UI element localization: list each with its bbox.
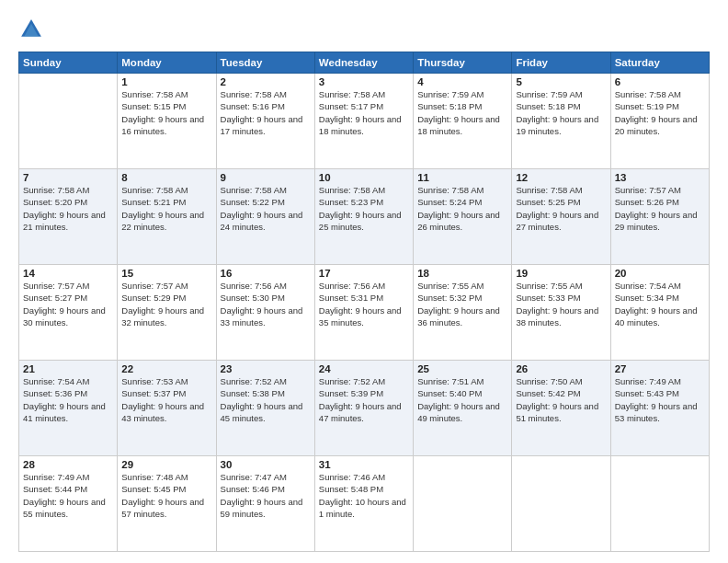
day-info: Sunrise: 7:53 AMSunset: 5:37 PMDaylight:… — [121, 375, 211, 424]
day-cell: 24Sunrise: 7:52 AMSunset: 5:39 PMDayligh… — [314, 361, 413, 456]
week-row-1: 7Sunrise: 7:58 AMSunset: 5:20 PMDaylight… — [19, 169, 710, 265]
day-cell: 3Sunrise: 7:58 AMSunset: 5:17 PMDaylight… — [314, 74, 413, 169]
day-number: 16 — [221, 268, 311, 279]
day-info: Sunrise: 7:59 AMSunset: 5:18 PMDaylight:… — [516, 88, 606, 137]
day-info: Sunrise: 7:58 AMSunset: 5:16 PMDaylight:… — [221, 88, 311, 137]
day-cell: 19Sunrise: 7:55 AMSunset: 5:33 PMDayligh… — [512, 265, 610, 361]
day-cell: 7Sunrise: 7:58 AMSunset: 5:20 PMDaylight… — [19, 169, 118, 265]
day-info: Sunrise: 7:58 AMSunset: 5:21 PMDaylight:… — [121, 184, 211, 233]
day-cell: 4Sunrise: 7:59 AMSunset: 5:18 PMDaylight… — [414, 74, 512, 169]
day-info: Sunrise: 7:50 AMSunset: 5:42 PMDaylight:… — [516, 375, 606, 424]
weekday-header-wednesday: Wednesday — [314, 52, 413, 74]
day-cell: 1Sunrise: 7:58 AMSunset: 5:15 PMDaylight… — [118, 74, 216, 169]
day-info: Sunrise: 7:46 AMSunset: 5:48 PMDaylight:… — [319, 471, 409, 520]
day-cell — [19, 74, 118, 169]
day-number: 2 — [221, 76, 311, 87]
day-info: Sunrise: 7:51 AMSunset: 5:40 PMDaylight:… — [417, 375, 507, 424]
weekday-header-row: SundayMondayTuesdayWednesdayThursdayFrid… — [19, 52, 710, 74]
weekday-header-sunday: Sunday — [19, 52, 118, 74]
day-cell: 12Sunrise: 7:58 AMSunset: 5:25 PMDayligh… — [512, 169, 610, 265]
day-number: 26 — [516, 363, 606, 374]
day-number: 30 — [221, 459, 311, 470]
day-info: Sunrise: 7:54 AMSunset: 5:36 PMDaylight:… — [23, 375, 113, 424]
day-number: 28 — [23, 459, 113, 470]
day-cell: 23Sunrise: 7:52 AMSunset: 5:38 PMDayligh… — [216, 361, 314, 456]
day-cell: 28Sunrise: 7:49 AMSunset: 5:44 PMDayligh… — [19, 456, 118, 552]
day-info: Sunrise: 7:57 AMSunset: 5:27 PMDaylight:… — [23, 280, 113, 328]
day-number: 5 — [516, 76, 606, 87]
day-number: 19 — [516, 268, 606, 279]
day-info: Sunrise: 7:56 AMSunset: 5:30 PMDaylight:… — [221, 280, 311, 328]
day-cell: 21Sunrise: 7:54 AMSunset: 5:36 PMDayligh… — [19, 361, 118, 456]
day-cell: 29Sunrise: 7:48 AMSunset: 5:45 PMDayligh… — [118, 456, 216, 552]
day-cell — [610, 456, 709, 552]
day-number: 8 — [121, 172, 211, 183]
day-info: Sunrise: 7:58 AMSunset: 5:22 PMDaylight:… — [221, 184, 311, 233]
day-cell: 17Sunrise: 7:56 AMSunset: 5:31 PMDayligh… — [314, 265, 413, 361]
day-cell: 10Sunrise: 7:58 AMSunset: 5:23 PMDayligh… — [314, 169, 413, 265]
day-number: 14 — [23, 268, 113, 279]
weekday-header-monday: Monday — [118, 52, 216, 74]
day-number: 4 — [417, 76, 507, 87]
day-number: 22 — [121, 363, 211, 374]
day-cell: 6Sunrise: 7:58 AMSunset: 5:19 PMDaylight… — [610, 74, 709, 169]
day-info: Sunrise: 7:58 AMSunset: 5:25 PMDaylight:… — [516, 184, 606, 233]
day-cell: 11Sunrise: 7:58 AMSunset: 5:24 PMDayligh… — [414, 169, 512, 265]
calendar: SundayMondayTuesdayWednesdayThursdayFrid… — [18, 52, 710, 552]
header — [18, 17, 710, 42]
day-number: 29 — [121, 459, 211, 470]
day-info: Sunrise: 7:49 AMSunset: 5:44 PMDaylight:… — [23, 471, 113, 520]
day-info: Sunrise: 7:47 AMSunset: 5:46 PMDaylight:… — [221, 471, 311, 520]
weekday-header-friday: Friday — [512, 52, 610, 74]
week-row-0: 1Sunrise: 7:58 AMSunset: 5:15 PMDaylight… — [19, 74, 710, 169]
day-info: Sunrise: 7:55 AMSunset: 5:32 PMDaylight:… — [417, 280, 507, 328]
day-info: Sunrise: 7:52 AMSunset: 5:38 PMDaylight:… — [221, 375, 311, 424]
day-number: 20 — [615, 268, 705, 279]
day-info: Sunrise: 7:57 AMSunset: 5:29 PMDaylight:… — [121, 280, 211, 328]
day-info: Sunrise: 7:58 AMSunset: 5:19 PMDaylight:… — [615, 88, 705, 137]
day-number: 1 — [121, 76, 211, 87]
logo — [18, 17, 48, 42]
day-number: 9 — [221, 172, 311, 183]
day-number: 11 — [417, 172, 507, 183]
week-row-2: 14Sunrise: 7:57 AMSunset: 5:27 PMDayligh… — [19, 265, 710, 361]
day-info: Sunrise: 7:55 AMSunset: 5:33 PMDaylight:… — [516, 280, 606, 328]
day-cell: 25Sunrise: 7:51 AMSunset: 5:40 PMDayligh… — [414, 361, 512, 456]
day-cell: 15Sunrise: 7:57 AMSunset: 5:29 PMDayligh… — [118, 265, 216, 361]
day-cell: 18Sunrise: 7:55 AMSunset: 5:32 PMDayligh… — [414, 265, 512, 361]
day-number: 13 — [615, 172, 705, 183]
day-number: 15 — [121, 268, 211, 279]
day-number: 27 — [615, 363, 705, 374]
day-cell: 8Sunrise: 7:58 AMSunset: 5:21 PMDaylight… — [118, 169, 216, 265]
day-info: Sunrise: 7:58 AMSunset: 5:15 PMDaylight:… — [121, 88, 211, 137]
day-number: 10 — [319, 172, 409, 183]
day-info: Sunrise: 7:58 AMSunset: 5:20 PMDaylight:… — [23, 184, 113, 233]
weekday-header-saturday: Saturday — [610, 52, 709, 74]
day-cell: 2Sunrise: 7:58 AMSunset: 5:16 PMDaylight… — [216, 74, 314, 169]
day-number: 25 — [417, 363, 507, 374]
week-row-3: 21Sunrise: 7:54 AMSunset: 5:36 PMDayligh… — [19, 361, 710, 456]
weekday-header-thursday: Thursday — [414, 52, 512, 74]
day-info: Sunrise: 7:58 AMSunset: 5:24 PMDaylight:… — [417, 184, 507, 233]
day-number: 7 — [23, 172, 113, 183]
page: SundayMondayTuesdayWednesdayThursdayFrid… — [0, 0, 728, 563]
day-info: Sunrise: 7:54 AMSunset: 5:34 PMDaylight:… — [615, 280, 705, 328]
day-info: Sunrise: 7:56 AMSunset: 5:31 PMDaylight:… — [319, 280, 409, 328]
day-cell: 27Sunrise: 7:49 AMSunset: 5:43 PMDayligh… — [610, 361, 709, 456]
day-cell: 20Sunrise: 7:54 AMSunset: 5:34 PMDayligh… — [610, 265, 709, 361]
day-cell — [414, 456, 512, 552]
day-cell: 13Sunrise: 7:57 AMSunset: 5:26 PMDayligh… — [610, 169, 709, 265]
day-number: 31 — [319, 459, 409, 470]
day-cell: 30Sunrise: 7:47 AMSunset: 5:46 PMDayligh… — [216, 456, 314, 552]
day-cell: 9Sunrise: 7:58 AMSunset: 5:22 PMDaylight… — [216, 169, 314, 265]
week-row-4: 28Sunrise: 7:49 AMSunset: 5:44 PMDayligh… — [19, 456, 710, 552]
day-cell — [512, 456, 610, 552]
day-cell: 31Sunrise: 7:46 AMSunset: 5:48 PMDayligh… — [314, 456, 413, 552]
day-cell: 14Sunrise: 7:57 AMSunset: 5:27 PMDayligh… — [19, 265, 118, 361]
day-info: Sunrise: 7:48 AMSunset: 5:45 PMDaylight:… — [121, 471, 211, 520]
day-info: Sunrise: 7:57 AMSunset: 5:26 PMDaylight:… — [615, 184, 705, 233]
day-info: Sunrise: 7:59 AMSunset: 5:18 PMDaylight:… — [417, 88, 507, 137]
day-cell: 22Sunrise: 7:53 AMSunset: 5:37 PMDayligh… — [118, 361, 216, 456]
day-cell: 26Sunrise: 7:50 AMSunset: 5:42 PMDayligh… — [512, 361, 610, 456]
day-info: Sunrise: 7:52 AMSunset: 5:39 PMDaylight:… — [319, 375, 409, 424]
